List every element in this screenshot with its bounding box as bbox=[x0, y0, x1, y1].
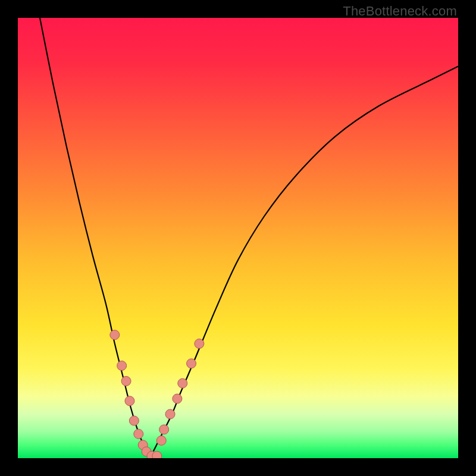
data-marker bbox=[125, 396, 134, 406]
data-marker bbox=[121, 377, 131, 386]
data-marker bbox=[195, 339, 204, 349]
watermark-text: TheBottleneck.com bbox=[343, 4, 457, 19]
data-marker bbox=[134, 429, 143, 439]
data-marker bbox=[187, 359, 196, 368]
data-marker bbox=[110, 330, 120, 340]
curve-layer bbox=[18, 18, 458, 458]
data-marker bbox=[129, 416, 139, 425]
data-marker bbox=[178, 378, 187, 388]
data-marker bbox=[165, 409, 175, 419]
plot-area bbox=[18, 18, 458, 458]
data-marker bbox=[173, 394, 182, 403]
data-marker bbox=[117, 361, 127, 371]
data-marker bbox=[152, 451, 162, 458]
data-marker bbox=[156, 436, 166, 445]
markers-left bbox=[110, 330, 162, 458]
data-marker bbox=[159, 425, 169, 434]
curve-left bbox=[40, 18, 150, 458]
curve-right bbox=[150, 66, 458, 458]
chart-frame: TheBottleneck.com bbox=[0, 0, 476, 476]
